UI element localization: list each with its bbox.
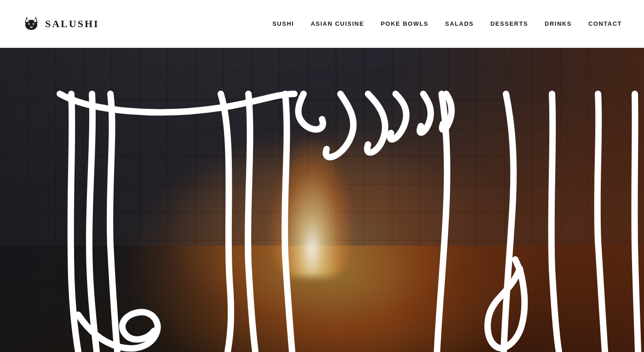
- svg-point-8: [34, 23, 34, 24]
- main-nav: SUSHI ASIAN CUISINE POKE BOWLS SALADS DE…: [272, 20, 622, 27]
- nav-drinks[interactable]: DRINKS: [545, 20, 572, 27]
- nav-sushi[interactable]: SUSHI: [272, 20, 294, 27]
- hero-section: [0, 48, 644, 352]
- site-header: SALUSHI SUSHI ASIAN CUISINE POKE BOWLS S…: [0, 0, 644, 48]
- svg-point-13: [30, 25, 31, 26]
- nav-asian-cuisine[interactable]: ASIAN CUISINE: [310, 20, 364, 27]
- nav-poke-bowls[interactable]: POKE BOWLS: [381, 20, 429, 27]
- hero-lineart: [0, 48, 644, 352]
- nav-contact[interactable]: CONTACT: [588, 20, 622, 27]
- nav-desserts[interactable]: DESSERTS: [490, 20, 528, 27]
- logo-icon: [22, 15, 40, 33]
- logo-link[interactable]: SALUSHI: [22, 15, 99, 33]
- svg-point-14: [32, 25, 33, 26]
- logo-text: SALUSHI: [45, 18, 99, 30]
- svg-point-7: [29, 23, 30, 24]
- nav-salads[interactable]: SALADS: [445, 20, 474, 27]
